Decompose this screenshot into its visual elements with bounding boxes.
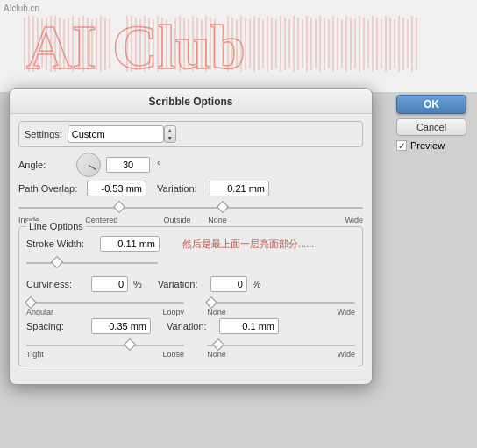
settings-select-arrows[interactable]: ▲ ▼ [164,125,176,143]
curviness-unit: % [133,279,142,289]
path-overlap-input[interactable] [87,181,146,196]
variation-track [208,207,363,209]
spacing-labels: Tight Loose [26,350,184,359]
stroke-width-row: Stroke Width: 然后是最上面一层亮面部分...... [26,236,355,252]
slider2-labels: None Wide [208,216,363,224]
path-overlap-variation-input[interactable] [210,181,269,196]
curviness-var-labels: None Wide [207,308,355,316]
dialog-body: Settings: Custom ▲ ▼ Angle: ° Path Overl… [10,114,372,375]
slider2-label-wide: Wide [345,216,363,224]
spacing-slider-container: Tight Loose None Wide [26,338,355,359]
angle-input[interactable] [106,157,150,173]
curviness-labels: Angular Loopy [26,308,184,316]
stroke-width-input[interactable] [100,236,160,252]
cancel-button[interactable]: Cancel [396,118,466,136]
dial-line [89,165,96,170]
spacing-var-thumb[interactable] [212,338,224,351]
path-overlap-thumb[interactable] [113,201,125,213]
preview-checkbox[interactable]: ✓ [396,140,407,151]
curviness-input[interactable] [91,276,128,292]
path-overlap-label: Path Overlap: [18,183,82,194]
stroke-width-label: Stroke Width: [26,238,95,249]
settings-row: Settings: Custom ▲ ▼ [18,121,363,147]
slider1-label-centered: Centered [85,216,117,224]
ok-button[interactable]: OK [396,95,466,114]
scribble-options-dialog: Scribble Options Settings: Custom ▲ ▼ An… [9,88,373,385]
spacing-label-tight: Tight [26,350,44,359]
curviness-label-angular: Angular [26,308,53,316]
slider1-label-outside: Outside [163,216,190,224]
curviness-var-label-none: None [207,308,226,316]
line-options-group: Line Options Stroke Width: 然后是最上面一层亮面部分.… [18,226,363,366]
spacing-variation-label: Variation: [167,321,214,331]
curviness-var-label-wide: Wide [337,308,355,316]
curviness-var-thumb[interactable] [205,296,217,309]
spacing-track [26,345,184,346]
settings-value: Custom [72,129,105,139]
curviness-label-loopy: Loopy [162,308,184,316]
comment-text: 然后是最上面一层亮面部分...... [182,238,314,251]
arrow-up-icon[interactable]: ▲ [165,126,175,134]
curviness-var-track [207,302,355,304]
ai-club-svg: AI Club [0,0,421,88]
spacing-var-label-wide: Wide [337,350,355,359]
path-overlap-row: Path Overlap: Variation: [18,181,363,196]
spacing-label-loose: Loose [162,350,184,359]
spacing-var-label-none: None [207,350,226,359]
arrow-down-icon[interactable]: ▼ [165,134,175,142]
curviness-row: Curviness: % Variation: % [26,276,355,292]
line-options-label: Line Options [26,221,86,231]
angle-label: Angle: [18,160,71,170]
background-area: AIclub.cn AI Club [0,0,477,92]
stroke-width-slider-container [26,255,355,271]
variation-thumb[interactable] [217,201,229,213]
slider2-label-none: None [208,216,227,224]
stroke-width-thumb[interactable] [51,256,63,268]
spacing-label: Spacing: [26,321,86,331]
spacing-thumb[interactable] [123,338,135,351]
dialog-title: Scribble Options [10,89,372,114]
stroke-width-track [26,262,158,264]
spacing-row: Spacing: Variation: [26,318,355,334]
angle-row: Angle: ° [18,153,363,177]
curviness-slider-container: Angular Loopy None Wide [26,295,355,316]
preview-row: ✓ Preview [396,140,466,151]
preview-label: Preview [410,140,445,151]
curviness-track [26,302,184,304]
curviness-thumb[interactable] [25,296,37,309]
path-overlap-variation-label: Variation: [157,183,204,194]
spacing-var-track [207,345,355,346]
dialog-buttons: OK Cancel ✓ Preview [396,95,466,151]
spacing-var-labels: None Wide [207,350,355,359]
settings-select-box[interactable]: Custom [68,125,164,143]
degree-symbol: ° [157,160,160,170]
settings-label: Settings: [25,129,62,139]
curviness-variation-unit: % [253,279,261,289]
spacing-variation-input[interactable] [219,318,279,334]
curviness-variation-label: Variation: [158,279,205,289]
angle-dial[interactable] [76,153,101,177]
curviness-variation-input[interactable] [210,276,247,292]
spacing-input[interactable] [91,318,151,334]
curviness-label: Curviness: [26,279,86,289]
